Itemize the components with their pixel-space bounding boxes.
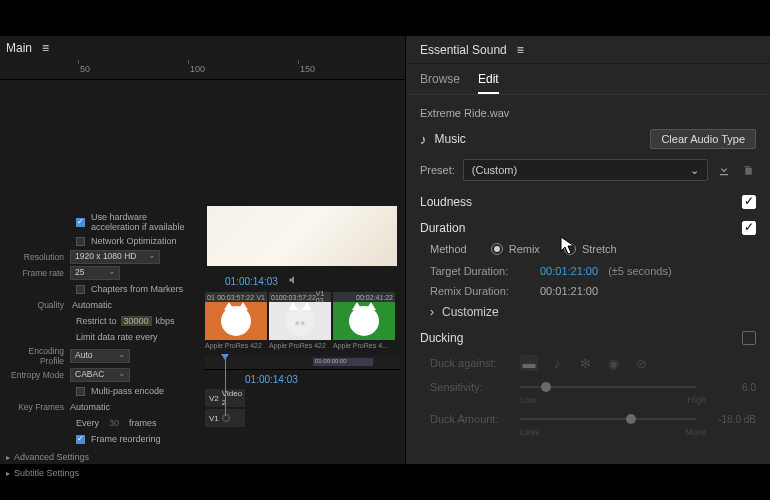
duck-sfx-icon[interactable]: ✻ bbox=[576, 355, 594, 371]
tab-edit[interactable]: Edit bbox=[478, 72, 499, 94]
clear-audio-type-button[interactable]: Clear Audio Type bbox=[650, 129, 756, 149]
clip-browser: 0100:03:57:22V1 Apple ProRes 422 0100:03… bbox=[205, 292, 400, 349]
enc-profile-select[interactable]: Auto bbox=[70, 349, 130, 363]
remix-duration-value: 00:01:21:00 bbox=[540, 285, 598, 297]
menu-icon[interactable]: ≡ bbox=[42, 41, 49, 55]
audio-type-label: Music bbox=[435, 132, 466, 146]
panel-title: Essential Sound bbox=[420, 43, 507, 57]
duration-section-title[interactable]: Duration bbox=[420, 221, 465, 235]
net-opt-checkbox[interactable] bbox=[76, 237, 85, 246]
duck-music-icon[interactable]: ♪ bbox=[548, 355, 566, 371]
ducking-checkbox[interactable] bbox=[742, 331, 756, 345]
chapters-checkbox[interactable] bbox=[76, 285, 85, 294]
delete-preset-icon[interactable] bbox=[740, 162, 756, 178]
target-duration-field[interactable]: 00:01:21:00 bbox=[540, 265, 598, 277]
music-note-icon: ♪ bbox=[420, 132, 427, 147]
essential-sound-panel: Essential Sound ≡ Browse Edit Extreme Ri… bbox=[405, 36, 770, 464]
method-stretch-radio[interactable]: Stretch bbox=[564, 243, 617, 255]
clip-item[interactable]: 0100:03:57:22V1 03 ●● Apple ProRes 422 bbox=[269, 292, 331, 349]
advanced-settings-expand[interactable]: Advanced Settings bbox=[6, 452, 194, 462]
panel-menu-icon[interactable]: ≡ bbox=[517, 43, 524, 57]
duck-ambience-icon[interactable]: ◉ bbox=[604, 355, 622, 371]
tab-browse[interactable]: Browse bbox=[420, 72, 460, 94]
duration-checkbox[interactable] bbox=[742, 221, 756, 235]
chevron-down-icon: ⌄ bbox=[690, 164, 699, 177]
time-ruler[interactable]: 50 100 150 bbox=[0, 60, 405, 80]
preset-select[interactable]: (Custom) ⌄ bbox=[463, 159, 708, 181]
method-remix-radio[interactable]: Remix bbox=[491, 243, 540, 255]
sensitivity-slider[interactable] bbox=[520, 386, 696, 388]
workspace-title: Main bbox=[6, 41, 32, 55]
bitrate-field[interactable]: 30000 bbox=[121, 316, 152, 326]
hw-accel-checkbox[interactable] bbox=[76, 218, 85, 227]
subtitle-settings-expand[interactable]: Subtitle Settings bbox=[6, 468, 194, 478]
clip-item[interactable]: 0100:03:57:22V1 Apple ProRes 422 bbox=[205, 292, 267, 349]
preview-image[interactable] bbox=[207, 206, 397, 266]
framerate-select[interactable]: 25 bbox=[70, 266, 120, 280]
clip-filename: Extreme Ride.wav bbox=[420, 107, 756, 119]
ducking-section-title[interactable]: Ducking bbox=[420, 331, 463, 345]
resolution-select[interactable]: 1920 x 1080 HD bbox=[70, 250, 160, 264]
duck-dialogue-icon[interactable]: ▬ bbox=[520, 355, 538, 371]
left-pane: Main ≡ 50 100 150 Use hardware accelerat… bbox=[0, 36, 405, 464]
loudness-checkbox[interactable] bbox=[742, 195, 756, 209]
customize-expand[interactable]: › Customize bbox=[430, 305, 756, 319]
multipass-checkbox[interactable] bbox=[76, 387, 85, 396]
source-monitor: 01:00:14:03 0100:03:57:22V1 Apple ProRes… bbox=[205, 206, 400, 349]
duck-amount-slider[interactable] bbox=[520, 418, 696, 420]
preview-timecode[interactable]: 01:00:14:03 bbox=[225, 276, 278, 287]
clip-item[interactable]: 00:02:41:22 Apple ProRes 4... bbox=[333, 292, 395, 349]
export-settings: Use hardware acceleration if available N… bbox=[0, 206, 200, 482]
speaker-icon[interactable] bbox=[288, 274, 300, 288]
main-header: Main ≡ bbox=[0, 36, 405, 60]
chevron-right-icon: › bbox=[430, 305, 434, 319]
timeline-timecode[interactable]: 01:00:14:03 bbox=[245, 374, 400, 385]
download-preset-icon[interactable] bbox=[716, 162, 732, 178]
duck-unassigned-icon[interactable]: ⊘ bbox=[632, 355, 650, 371]
playhead[interactable] bbox=[225, 356, 226, 416]
loudness-section-title[interactable]: Loudness bbox=[420, 195, 472, 209]
entropy-select[interactable]: CABAC bbox=[70, 368, 130, 382]
reorder-checkbox[interactable] bbox=[76, 435, 85, 444]
timeline[interactable]: 01:00:00:00 01:00:14:03 V2Video 2 V1 bbox=[205, 356, 400, 429]
